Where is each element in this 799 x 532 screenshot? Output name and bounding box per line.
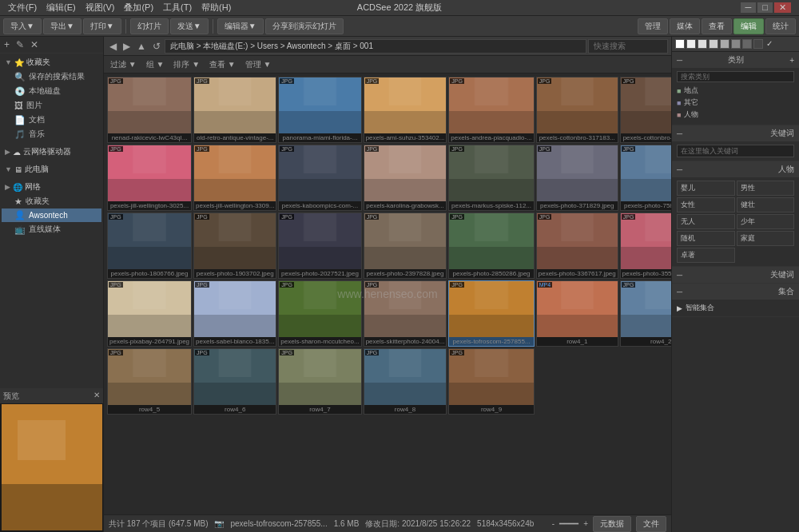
view-mode-button[interactable]: 查看 <box>702 18 732 34</box>
color-swatch-1[interactable] <box>675 39 685 49</box>
thumb-item[interactable]: JPGpexels-jill-wellington-3025... <box>107 145 192 211</box>
search-input[interactable] <box>588 39 668 54</box>
category-search[interactable] <box>677 71 794 82</box>
manage-view-button[interactable]: 管理 ▼ <box>242 59 275 70</box>
thumb-item[interactable]: JPGpexels-kaboompics-com-... <box>278 145 361 211</box>
tree-item-awsontech[interactable]: 👤 Awsontech <box>2 208 101 222</box>
thumb-item[interactable]: JPGpexels-skitterphoto-24004... <box>364 280 447 347</box>
export-button[interactable]: 导出▼ <box>43 18 81 34</box>
tag-random[interactable]: 随机 <box>677 231 735 246</box>
sort-button[interactable]: 排序 ▼ <box>170 59 203 70</box>
tag-nobody[interactable]: 无人 <box>677 214 735 229</box>
zoom-slider[interactable]: ━━━━ <box>559 519 578 528</box>
menu-tools[interactable]: 工具(T) <box>158 2 197 14</box>
thumb-item[interactable]: JPGrow4_5 <box>107 348 192 415</box>
maximize-button[interactable]: □ <box>757 2 773 13</box>
tree-header-pc[interactable]: ▼ 🖥 此电脑 <box>2 162 101 177</box>
collection-header[interactable]: ─ 集合 <box>672 284 799 300</box>
print-button[interactable]: 打印▼ <box>83 18 121 34</box>
thumb-item[interactable]: JPGold-retro-antique-vintage-... <box>193 77 276 143</box>
tree-item-documents[interactable]: 📄 文档 <box>2 113 101 127</box>
menu-file[interactable]: 文件(F) <box>3 2 42 14</box>
color-swatch-6[interactable] <box>731 39 741 49</box>
tag-teen[interactable]: 少年 <box>737 214 795 229</box>
category-item-person[interactable]: ■ 人物 <box>677 109 794 120</box>
thumb-item[interactable]: JPGpexels-pixabay-264791.jpeg <box>107 280 192 347</box>
thumb-item[interactable]: JPGpexels-photo-1806766.jpeg <box>107 212 192 279</box>
menu-help[interactable]: 帮助(H) <box>197 2 236 14</box>
edit-mode-button[interactable]: 编辑 <box>733 18 764 34</box>
color-swatch-2[interactable] <box>686 39 696 49</box>
tag-distinguished[interactable]: 卓著 <box>677 248 735 263</box>
zoom-out-button[interactable]: - <box>552 519 555 528</box>
thumb-item[interactable]: JPGpexels-ami-suhzu-353402... <box>364 77 447 143</box>
tree-item-music[interactable]: 🎵 音乐 <box>2 127 101 141</box>
filter-button[interactable]: 过滤 ▼ <box>107 59 140 70</box>
menu-overlay[interactable]: 叠加(P) <box>119 2 158 14</box>
preview-close-icon[interactable]: ✕ <box>93 391 100 402</box>
thumb-item[interactable]: JPGrow4_8 <box>364 348 447 415</box>
up-button[interactable]: ▲ <box>134 41 149 52</box>
color-swatch-5[interactable] <box>720 39 729 49</box>
thumb-item[interactable]: JPGrow4_2 <box>620 280 671 347</box>
thumb-item[interactable]: JPGpexels-photo-371829.jpeg <box>536 145 618 211</box>
tag-strong[interactable]: 健壮 <box>737 197 795 212</box>
sidebar-close-button[interactable]: ✕ <box>28 38 41 51</box>
check-icon[interactable]: ✓ <box>766 39 773 49</box>
person-header[interactable]: ─ 人物 <box>672 161 799 177</box>
view-button[interactable]: 查看 ▼ <box>206 59 239 70</box>
keyword2-header[interactable]: ─ 关键词 <box>672 267 799 283</box>
keyword-input[interactable] <box>677 145 794 157</box>
thumb-item[interactable]: JPGpexels-tofroscom-257855... <box>448 280 534 347</box>
tag-male[interactable]: 男性 <box>737 181 795 196</box>
menu-edit[interactable]: 编辑(E) <box>42 2 81 14</box>
tag-family[interactable]: 家庭 <box>737 231 795 246</box>
category-icon[interactable]: + <box>789 56 794 65</box>
media-mode-button[interactable]: 媒体 <box>670 18 700 34</box>
color-swatch-7[interactable] <box>742 39 752 49</box>
thumb-item[interactable]: JPGpexels-cottonbro-317183... <box>536 77 618 143</box>
thumb-item[interactable]: JPGpexels-andrea-piacquadio-... <box>448 77 534 143</box>
menu-view[interactable]: 视图(V) <box>81 2 120 14</box>
thumb-item[interactable]: JPGpexels-photo-3551701.jpeg <box>620 212 671 279</box>
category-header[interactable]: ─ 类别 + <box>672 52 799 68</box>
minimize-button[interactable]: ─ <box>741 2 757 13</box>
tree-header-cloud[interactable]: ▶ ☁ 云网络驱动器 <box>2 145 101 159</box>
import-button[interactable]: 导入▼ <box>3 18 42 34</box>
thumb-item[interactable]: JPGpexels-photo-3367617.jpeg <box>536 212 618 279</box>
manage-mode-button[interactable]: 管理 <box>638 18 668 34</box>
tree-item-pictures[interactable]: 🖼 图片 <box>2 98 101 113</box>
refresh-button[interactable]: ↺ <box>150 41 163 52</box>
stats-mode-button[interactable]: 统计 <box>765 18 796 34</box>
tree-header-favorites[interactable]: ▼ ⭐ 收藏夹 <box>2 55 101 69</box>
color-swatch-4[interactable] <box>709 39 718 49</box>
thumb-item[interactable]: JPGpexels-sharon-mccutcheo... <box>278 280 361 347</box>
thumb-item[interactable]: JPGpexels-photo-758524.jpeg <box>620 145 671 211</box>
zoom-in-button[interactable]: + <box>583 519 588 528</box>
tree-item-direct-media[interactable]: 📺 直线媒体 <box>2 222 101 236</box>
keyword-header[interactable]: ─ 关键词 <box>672 125 799 141</box>
thumb-item[interactable]: JPGpexels-photo-2397828.jpeg <box>364 212 447 279</box>
thumb-item[interactable]: JPGpexels-markus-spiske-112... <box>448 145 534 211</box>
thumb-item[interactable]: JPGrow4_9 <box>448 348 534 415</box>
share-button[interactable]: 分享到演示幻灯片 <box>265 18 344 34</box>
color-swatch-8[interactable] <box>753 39 763 49</box>
thumb-item[interactable]: MP4row4_1 <box>536 280 618 347</box>
sidebar-add-button[interactable]: + <box>2 38 12 51</box>
send-button[interactable]: 发送▼ <box>170 18 209 34</box>
tree-header-network[interactable]: ▶ 🌐 网络 <box>2 180 101 194</box>
back-button[interactable]: ◀ <box>107 41 119 52</box>
group-button[interactable]: 组 ▼ <box>143 59 168 70</box>
address-path-input[interactable] <box>165 39 586 54</box>
thumb-item[interactable]: JPGpexels-photo-1903702.jpeg <box>193 212 276 279</box>
tag-baby[interactable]: 婴儿 <box>677 181 735 196</box>
thumb-item[interactable]: JPGrow4_6 <box>193 348 276 415</box>
slideshow-button[interactable]: 幻灯片 <box>130 18 169 34</box>
thumb-item[interactable]: JPGnenad-rakicevic-IwC43qI... <box>107 77 192 143</box>
tree-item-local-disk[interactable]: 💿 本地磁盘 <box>2 84 101 98</box>
tree-item-saved-searches[interactable]: 🔍 保存的搜索结果 <box>2 69 101 84</box>
thumb-item[interactable]: JPGpexels-photo-2027521.jpeg <box>278 212 361 279</box>
close-button[interactable]: ✕ <box>774 2 791 13</box>
thumb-item[interactable]: JPGpexels-karolina-grabowsk... <box>364 145 447 211</box>
thumb-item[interactable]: JPGpexels-jill-wellington-3309... <box>193 145 276 211</box>
